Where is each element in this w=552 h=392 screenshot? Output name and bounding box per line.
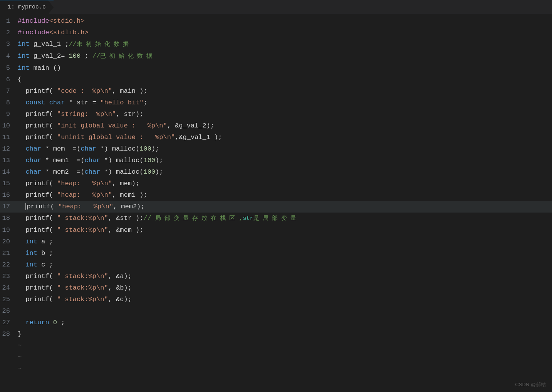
code-line-3: 3 int g_val_1 ;//未 初 始 化 数 据 <box>0 39 552 50</box>
code-area: 1 #include<stdio.h> 2 #include<stdlib.h>… <box>0 14 552 376</box>
code-line-15: 15 printf( "heap: %p\n", mem); <box>0 178 552 189</box>
tilde-line-2: ~ <box>0 352 552 363</box>
code-editor: 1: myproc.c 1 #include<stdio.h> 2 #inclu… <box>0 0 552 392</box>
watermark: CSDN @郁桔 <box>515 381 546 388</box>
tab-label: 1: myproc.c <box>8 4 46 10</box>
code-line-13: 13 char * mem1 =(char *) malloc(100); <box>0 155 552 166</box>
code-line-16: 16 printf( "heap: %p\n", mem1 ); <box>0 189 552 201</box>
code-line-5: 5 int main () <box>0 62 552 74</box>
code-line-4: 4 int g_val_2= 100 ; //已 初 始 化 数 据 <box>0 50 552 62</box>
tab-bar: 1: myproc.c <box>0 0 552 14</box>
code-line-10: 10 printf( "init global value : %p\n", &… <box>0 120 552 132</box>
code-line-7: 7 printf( "code : %p\n", main ); <box>0 85 552 97</box>
code-line-28: 28 } <box>0 328 552 340</box>
tilde-line-1: ~ <box>0 340 552 352</box>
code-line-21: 21 int b ; <box>0 248 552 259</box>
active-tab[interactable]: 1: myproc.c <box>0 0 54 14</box>
tilde-line-3: ~ <box>0 363 552 375</box>
code-line-22: 22 int c ; <box>0 259 552 271</box>
code-line-12: 12 char * mem =(char *) malloc(100); <box>0 143 552 155</box>
code-line-25: 25 printf( " stack:%p\n", &c); <box>0 294 552 305</box>
code-line-23: 23 printf( " stack:%p\n", &a); <box>0 271 552 282</box>
code-line-1: 1 #include<stdio.h> <box>0 15 552 27</box>
code-line-14: 14 char * mem2 =(char *) malloc(100); <box>0 166 552 178</box>
code-line-6: 6 { <box>0 74 552 85</box>
code-line-20: 20 int a ; <box>0 236 552 248</box>
code-line-8: 8 const char * str = "hello bit"; <box>0 97 552 109</box>
code-line-9: 9 printf( "string: %p\n", str); <box>0 109 552 120</box>
code-line-26: 26 <box>0 305 552 317</box>
code-line-27: 27 return 0 ; <box>0 317 552 328</box>
code-line-17: 17 printf( "heap: %p\n", mem2); <box>0 201 552 213</box>
code-line-11: 11 printf( "uninit global value : %p\n",… <box>0 132 552 143</box>
code-line-19: 19 printf( " stack:%p\n", &mem ); <box>0 224 552 236</box>
code-line-24: 24 printf( " stack:%p\n", &b); <box>0 282 552 294</box>
code-line-2: 2 #include<stdlib.h> <box>0 27 552 39</box>
code-line-18: 18 printf( " stack:%p\n", &str );// 局 部 … <box>0 213 552 224</box>
